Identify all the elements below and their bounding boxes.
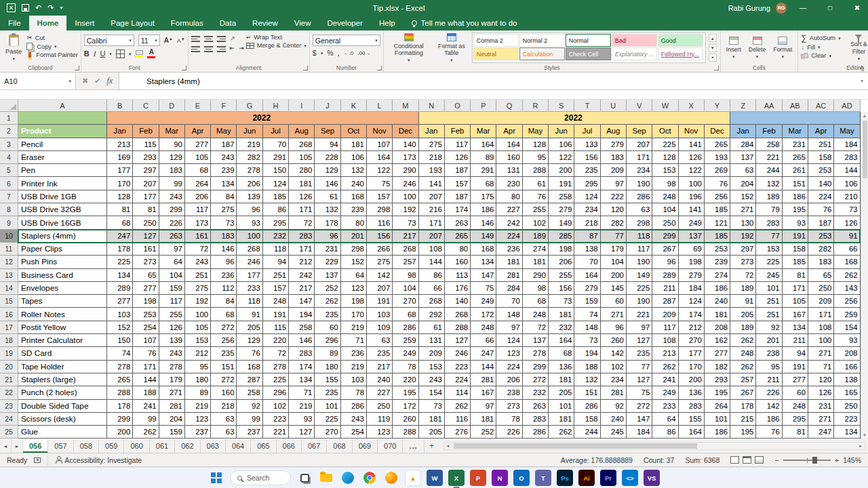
cell-Y24[interactable]: 101 <box>705 413 730 426</box>
cell-U3[interactable]: 279 <box>601 138 627 151</box>
cell-K20[interactable]: 219 <box>341 361 367 373</box>
cell-AA18[interactable]: 201 <box>756 334 782 347</box>
cell-O13[interactable]: 113 <box>445 269 471 282</box>
cell-D24[interactable]: 204 <box>159 413 185 426</box>
cell-L18[interactable]: 63 <box>367 334 393 347</box>
cell-I9[interactable]: 72 <box>289 216 315 229</box>
cell-M12[interactable]: 257 <box>393 256 418 268</box>
cell-E9[interactable]: 173 <box>185 216 211 229</box>
cell-T23[interactable]: 286 <box>574 400 600 413</box>
cell-G4[interactable]: 282 <box>237 151 262 164</box>
column-header-X[interactable]: X <box>679 100 705 112</box>
cell-M8[interactable]: 192 <box>393 203 418 216</box>
format-painter-button[interactable]: Format Painter <box>26 52 77 58</box>
cell-I10[interactable]: 283 <box>289 230 315 243</box>
cell-F9[interactable]: 73 <box>211 216 237 229</box>
cell-X18[interactable]: 270 <box>679 334 705 347</box>
taskbar-icon-onenote[interactable]: N <box>492 470 508 486</box>
cell-C14[interactable]: 277 <box>133 282 159 295</box>
zoom-level[interactable]: 145% <box>843 456 861 464</box>
cell-T11[interactable]: 138 <box>574 243 600 256</box>
cell-V21[interactable]: 127 <box>627 373 652 386</box>
cell-M2[interactable]: Dec <box>393 125 418 138</box>
cell-S22[interactable]: 205 <box>549 386 574 399</box>
cell-C11[interactable]: 161 <box>133 243 159 256</box>
alignment-dialog-launcher-icon[interactable] <box>303 66 308 70</box>
cell-AD19[interactable]: 208 <box>834 347 860 360</box>
cell-T10[interactable]: 87 <box>574 230 600 243</box>
cell-V3[interactable]: 207 <box>627 138 652 151</box>
user-name[interactable]: Rabi Gurung <box>728 4 770 12</box>
cell-G16[interactable]: 91 <box>237 308 262 321</box>
cell-D25[interactable]: 159 <box>159 426 185 439</box>
cell-P3[interactable]: 164 <box>471 138 496 151</box>
cell-N4[interactable]: 218 <box>419 151 445 164</box>
maximize-button[interactable]: □ <box>819 0 841 16</box>
cell-X5[interactable]: 122 <box>679 164 705 177</box>
cell-AD8[interactable]: 73 <box>834 203 860 216</box>
taskbar-icon-outlook[interactable]: O <box>513 470 530 486</box>
cell-K18[interactable]: 71 <box>341 334 367 347</box>
cell-R24[interactable]: 283 <box>523 413 549 426</box>
cell-X11[interactable]: 69 <box>679 243 705 256</box>
cell-G17[interactable]: 205 <box>237 321 262 334</box>
cell-Z10[interactable]: 192 <box>730 230 756 243</box>
ribbon-tab-formulas[interactable]: Formulas <box>163 16 212 30</box>
cell-K19[interactable]: 236 <box>341 347 367 360</box>
cell-R6[interactable]: 61 <box>523 177 549 190</box>
cell-C16[interactable]: 253 <box>133 308 159 321</box>
cell-AB5[interactable]: 261 <box>783 164 808 177</box>
cell-U17[interactable]: 96 <box>601 321 627 334</box>
cell-P24[interactable]: 181 <box>471 413 496 426</box>
underline-icon[interactable]: U <box>100 49 105 58</box>
cell-N22[interactable]: 154 <box>419 386 445 399</box>
cell-H18[interactable]: 220 <box>263 334 289 347</box>
normal-view-icon[interactable] <box>730 456 739 464</box>
cell-R3[interactable]: 128 <box>523 138 549 151</box>
sheet-tab-068[interactable]: 068 <box>327 439 352 453</box>
cell-Z13[interactable]: 72 <box>730 269 756 282</box>
sheet-tab-067[interactable]: 067 <box>302 439 327 453</box>
ribbon-tab-review[interactable]: Review <box>244 16 286 30</box>
cell-AA10[interactable]: 77 <box>756 230 782 243</box>
cell-AB15[interactable]: 105 <box>783 295 808 308</box>
cell-B9[interactable]: 68 <box>107 216 133 229</box>
cell-N17[interactable]: 61 <box>419 321 445 334</box>
cell-P11[interactable]: 168 <box>471 243 496 256</box>
cell-L24[interactable]: 119 <box>367 413 393 426</box>
cell-X7[interactable]: 196 <box>679 190 705 203</box>
cell-Y4[interactable]: 193 <box>705 151 730 164</box>
cell-O15[interactable]: 140 <box>445 295 471 308</box>
percent-style-icon[interactable]: % <box>327 49 333 57</box>
cell-P18[interactable]: 66 <box>471 334 496 347</box>
cell-H15[interactable]: 248 <box>263 295 289 308</box>
cell-B14[interactable]: 289 <box>107 282 133 295</box>
cell-K21[interactable]: 103 <box>341 373 367 386</box>
cell-Z6[interactable]: 204 <box>730 177 756 190</box>
cell-R5[interactable]: 288 <box>523 164 549 177</box>
cell-G15[interactable]: 118 <box>237 295 262 308</box>
cell-D7[interactable]: 243 <box>159 190 185 203</box>
cell-Q19[interactable]: 123 <box>496 347 522 360</box>
cell-S23[interactable]: 101 <box>549 400 574 413</box>
cell-Y12[interactable]: 239 <box>705 256 730 268</box>
borders-icon[interactable] <box>116 49 125 58</box>
cell-C21[interactable]: 144 <box>133 373 159 386</box>
cell-D3[interactable]: 90 <box>159 138 185 151</box>
cell-A1[interactable] <box>18 112 107 125</box>
cell-AB12[interactable]: 185 <box>783 256 808 268</box>
cell-W8[interactable]: 104 <box>652 203 678 216</box>
cell-G22[interactable]: 258 <box>237 386 262 399</box>
cell-N9[interactable]: 171 <box>419 216 445 229</box>
cell-U22[interactable]: 281 <box>601 386 627 399</box>
cell-X22[interactable]: 136 <box>679 386 705 399</box>
cell-U12[interactable]: 104 <box>601 256 627 268</box>
sheet-tab-063[interactable]: 063 <box>201 439 226 453</box>
cell-O21[interactable]: 224 <box>445 373 471 386</box>
cell-T8[interactable]: 234 <box>574 203 600 216</box>
cell-L10[interactable]: 156 <box>367 230 393 243</box>
cell-T6[interactable]: 295 <box>574 177 600 190</box>
cell-AC22[interactable]: 126 <box>808 386 834 399</box>
cell-Z9[interactable]: 130 <box>730 216 756 229</box>
cell-AC5[interactable]: 253 <box>808 164 834 177</box>
